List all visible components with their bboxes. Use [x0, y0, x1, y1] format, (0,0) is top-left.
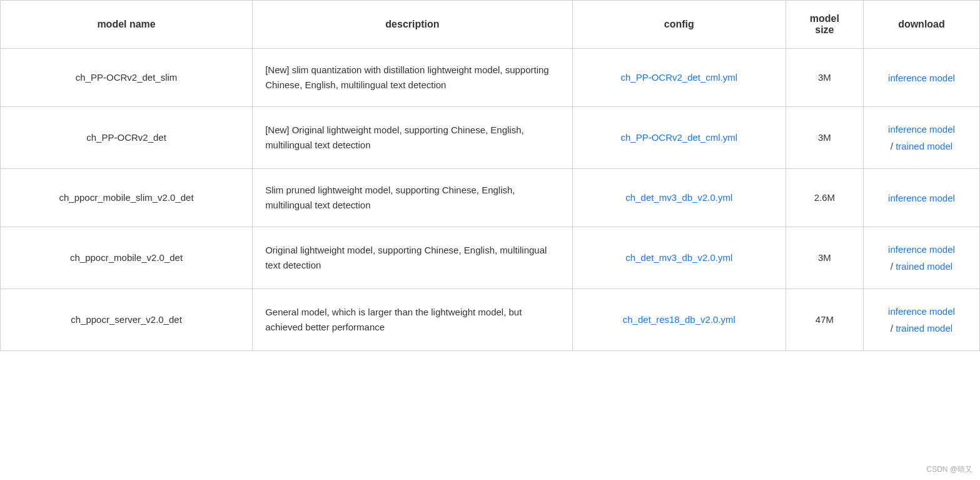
header-download: download: [863, 1, 979, 49]
header-config: config: [572, 1, 786, 49]
trained-model-link[interactable]: trained model: [896, 323, 952, 334]
watermark-label: CSDN @晴又: [926, 464, 972, 475]
table-row: ch_PP-OCRv2_det_slim[New] slim quantizat…: [1, 49, 980, 107]
header-model-size: model size: [786, 1, 863, 49]
config-cell[interactable]: ch_det_mv3_db_v2.0.yml: [572, 227, 786, 289]
table-row: ch_ppocr_mobile_v2.0_detOriginal lightwe…: [1, 227, 980, 289]
model-size-cell: 3M: [786, 107, 863, 169]
download-cell[interactable]: inference model: [863, 49, 979, 107]
description-cell: Original lightweight model, supporting C…: [253, 227, 573, 289]
table-wrapper: model name description config model size…: [0, 0, 980, 480]
inference-model-link[interactable]: inference model: [888, 193, 955, 203]
trained-model-link[interactable]: trained model: [896, 141, 952, 151]
model-name-cell: ch_PP-OCRv2_det: [1, 107, 253, 169]
description-cell: General model, which is larger than the …: [253, 289, 573, 351]
trained-model-link[interactable]: trained model: [896, 261, 952, 272]
description-cell: Slim pruned lightweight model, supportin…: [253, 169, 573, 227]
model-name-cell: ch_ppocr_mobile_slim_v2.0_det: [1, 169, 253, 227]
config-cell[interactable]: ch_PP-OCRv2_det_cml.yml: [572, 107, 786, 169]
config-cell[interactable]: ch_det_mv3_db_v2.0.yml: [572, 169, 786, 227]
header-description: description: [253, 1, 573, 49]
config-link[interactable]: ch_det_mv3_db_v2.0.yml: [625, 192, 732, 203]
header-model-name: model name: [1, 1, 253, 49]
download-cell[interactable]: inference model/ trained model: [863, 289, 979, 351]
inference-model-link[interactable]: inference model: [888, 73, 955, 83]
model-size-cell: 3M: [786, 49, 863, 107]
config-link[interactable]: ch_det_mv3_db_v2.0.yml: [625, 252, 732, 263]
description-cell: [New] Original lightweight model, suppor…: [253, 107, 573, 169]
download-cell[interactable]: inference model: [863, 169, 979, 227]
model-name-cell: ch_ppocr_mobile_v2.0_det: [1, 227, 253, 289]
model-size-cell: 2.6M: [786, 169, 863, 227]
model-size-cell: 3M: [786, 227, 863, 289]
model-size-cell: 47M: [786, 289, 863, 351]
inference-model-link[interactable]: inference model: [888, 124, 955, 135]
inference-model-link[interactable]: inference model: [888, 244, 955, 255]
inference-model-link[interactable]: inference model: [888, 306, 955, 317]
description-cell: [New] slim quantization with distillatio…: [253, 49, 573, 107]
download-cell[interactable]: inference model/ trained model: [863, 227, 979, 289]
config-cell[interactable]: ch_PP-OCRv2_det_cml.yml: [572, 49, 786, 107]
config-link[interactable]: ch_PP-OCRv2_det_cml.yml: [620, 72, 737, 83]
table-row: ch_ppocr_server_v2.0_detGeneral model, w…: [1, 289, 980, 351]
table-row: ch_ppocr_mobile_slim_v2.0_detSlim pruned…: [1, 169, 980, 227]
config-link[interactable]: ch_det_res18_db_v2.0.yml: [623, 314, 735, 325]
download-cell[interactable]: inference model/ trained model: [863, 107, 979, 169]
model-name-cell: ch_PP-OCRv2_det_slim: [1, 49, 253, 107]
table-row: ch_PP-OCRv2_det[New] Original lightweigh…: [1, 107, 980, 169]
config-link[interactable]: ch_PP-OCRv2_det_cml.yml: [620, 132, 737, 143]
table-header-row: model name description config model size…: [1, 1, 980, 49]
config-cell[interactable]: ch_det_res18_db_v2.0.yml: [572, 289, 786, 351]
model-name-cell: ch_ppocr_server_v2.0_det: [1, 289, 253, 351]
model-table: model name description config model size…: [0, 0, 980, 351]
